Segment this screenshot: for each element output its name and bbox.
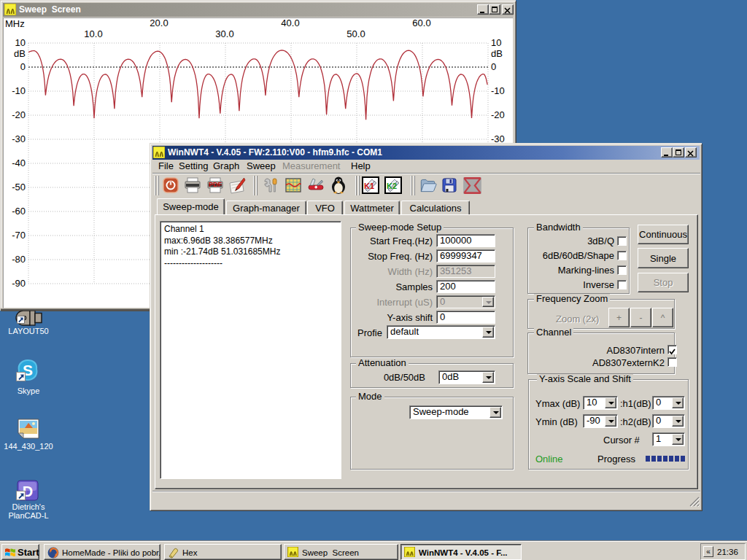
svg-text:K2: K2 [387, 182, 397, 190]
svg-text:PDF: PDF [209, 181, 222, 188]
svg-text:K1: K1 [364, 182, 374, 190]
